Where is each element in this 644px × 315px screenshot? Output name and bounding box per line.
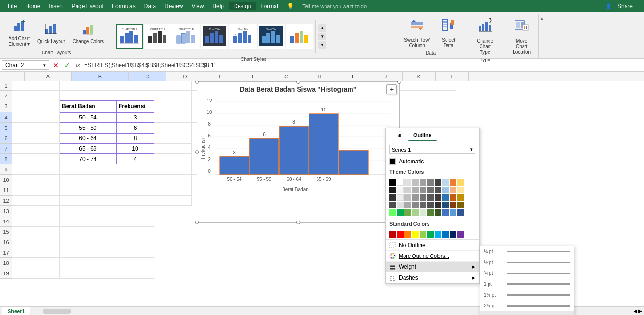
cell-a2[interactable]: [12, 91, 60, 100]
weight-button[interactable]: Weight ▶: [386, 262, 479, 272]
cell-b12[interactable]: [60, 196, 116, 206]
theme-color-swatch[interactable]: [412, 202, 419, 208]
theme-color-swatch[interactable]: [450, 187, 456, 193]
cell-b5[interactable]: 55 - 59: [60, 123, 116, 133]
col-header-J[interactable]: J: [369, 72, 403, 81]
weight-item-5[interactable]: 2¼ pt: [480, 300, 574, 311]
theme-color-swatch[interactable]: [404, 202, 411, 208]
row-header-10[interactable]: 10: [0, 175, 12, 185]
theme-color-swatch[interactable]: [412, 209, 419, 216]
theme-color-swatch[interactable]: [412, 194, 419, 201]
cell-c2[interactable]: [116, 91, 154, 100]
cell-l2[interactable]: [423, 91, 456, 100]
cell-d8[interactable]: [154, 154, 192, 164]
std-color-swatch[interactable]: [427, 231, 434, 238]
chart-style-6[interactable]: Chart Title: [258, 24, 285, 49]
weight-item-2[interactable]: ¾ pt: [480, 268, 574, 279]
cell-a14[interactable]: [12, 216, 60, 227]
weight-item-0[interactable]: ¼ pt: [480, 246, 574, 257]
row-header-15[interactable]: 15: [0, 227, 12, 237]
theme-color-swatch[interactable]: [457, 194, 464, 201]
menu-formulas[interactable]: Formulas: [108, 2, 139, 10]
cell-a16[interactable]: [12, 237, 60, 247]
menu-home[interactable]: Home: [21, 2, 44, 10]
scroll-right-button[interactable]: ▶: [638, 308, 642, 314]
theme-color-swatch[interactable]: [420, 179, 426, 186]
theme-color-swatch[interactable]: [389, 202, 396, 208]
cell-a19[interactable]: [12, 268, 60, 279]
scroll-expand-arrow[interactable]: ▾: [318, 41, 326, 49]
menu-help[interactable]: Help: [208, 2, 228, 10]
cell-b17[interactable]: [60, 247, 116, 258]
cell-a9[interactable]: [12, 164, 60, 175]
cell-c18[interactable]: [116, 258, 154, 268]
row-header-12[interactable]: 12: [0, 196, 12, 206]
row-header-16[interactable]: 16: [0, 237, 12, 247]
weight-item-4[interactable]: 1½ pt: [480, 289, 574, 300]
cell-b6[interactable]: 60 - 64: [60, 133, 116, 144]
theme-color-swatch[interactable]: [435, 194, 441, 201]
series-dropdown[interactable]: Series 1 ▾: [389, 145, 475, 154]
cell-a10[interactable]: [12, 175, 60, 185]
row-header-4[interactable]: 4: [0, 112, 12, 123]
cell-b1[interactable]: [60, 81, 116, 91]
cell-b4[interactable]: 50 - 54: [60, 112, 116, 123]
theme-color-swatch[interactable]: [427, 194, 434, 201]
cell-d11[interactable]: [154, 185, 192, 196]
menu-insert[interactable]: Insert: [45, 2, 67, 10]
theme-color-swatch[interactable]: [435, 179, 441, 186]
theme-color-swatch[interactable]: [435, 209, 441, 216]
quick-layout-button[interactable]: Quick Layout: [34, 20, 68, 46]
std-color-swatch[interactable]: [450, 231, 456, 238]
cell-d9[interactable]: [154, 164, 192, 175]
bar-4[interactable]: [309, 114, 338, 175]
cell-b11[interactable]: [60, 185, 116, 196]
menu-data[interactable]: Data: [140, 2, 160, 10]
scroll-left-button[interactable]: ◀: [634, 308, 637, 314]
cell-c5[interactable]: 6: [116, 123, 154, 133]
cell-d10[interactable]: [154, 175, 192, 185]
cell-a3[interactable]: [12, 100, 60, 112]
theme-color-swatch[interactable]: [457, 187, 464, 193]
chart-handle-tl[interactable]: [195, 81, 199, 84]
cell-b10[interactable]: [60, 175, 116, 185]
theme-color-swatch[interactable]: [397, 202, 404, 208]
theme-color-swatch[interactable]: [442, 187, 449, 193]
chart-container[interactable]: + Data Berat Badan Siswa "Histogram" 12 …: [197, 81, 400, 223]
theme-color-swatch[interactable]: [442, 202, 449, 208]
cell-c8[interactable]: 4: [116, 154, 154, 164]
cell-a13[interactable]: [12, 206, 60, 216]
theme-color-swatch[interactable]: [420, 194, 426, 201]
select-data-button[interactable]: SelectData: [436, 16, 461, 51]
cell-l1[interactable]: [423, 81, 456, 91]
cell-c14[interactable]: [116, 216, 154, 227]
theme-color-swatch[interactable]: [389, 194, 396, 201]
row-header-19[interactable]: 19: [0, 268, 12, 279]
theme-color-swatch[interactable]: [435, 202, 441, 208]
bar-3[interactable]: [279, 126, 309, 175]
cell-a4[interactable]: [12, 112, 60, 123]
cell-a6[interactable]: [12, 133, 60, 144]
cell-a15[interactable]: [12, 227, 60, 237]
cell-a18[interactable]: [12, 258, 60, 268]
cell-d12[interactable]: [154, 196, 192, 206]
cell-c19[interactable]: [116, 268, 154, 279]
col-header-C[interactable]: C: [129, 72, 166, 81]
change-chart-type-button[interactable]: ChangeChartType: [472, 16, 498, 57]
h-scroll-thumb[interactable]: [43, 309, 71, 314]
row-header-17[interactable]: 17: [0, 247, 12, 258]
cell-a17[interactable]: [12, 247, 60, 258]
chart-style-7[interactable]: [286, 24, 313, 49]
cell-c3[interactable]: Frekuensi: [116, 100, 154, 112]
weight-item-6[interactable]: 3 pt: [480, 311, 574, 315]
menu-page-layout[interactable]: Page Layout: [68, 2, 107, 10]
cell-c1[interactable]: [116, 81, 154, 91]
theme-color-swatch[interactable]: [404, 187, 411, 193]
scroll-down-arrow[interactable]: ▼: [318, 33, 326, 40]
theme-color-swatch[interactable]: [450, 179, 456, 186]
no-outline-button[interactable]: No Outline: [386, 240, 479, 251]
theme-color-swatch[interactable]: [404, 209, 411, 216]
cell-a5[interactable]: [12, 123, 60, 133]
row-header-7[interactable]: 7: [0, 144, 12, 154]
theme-color-swatch[interactable]: [420, 202, 426, 208]
